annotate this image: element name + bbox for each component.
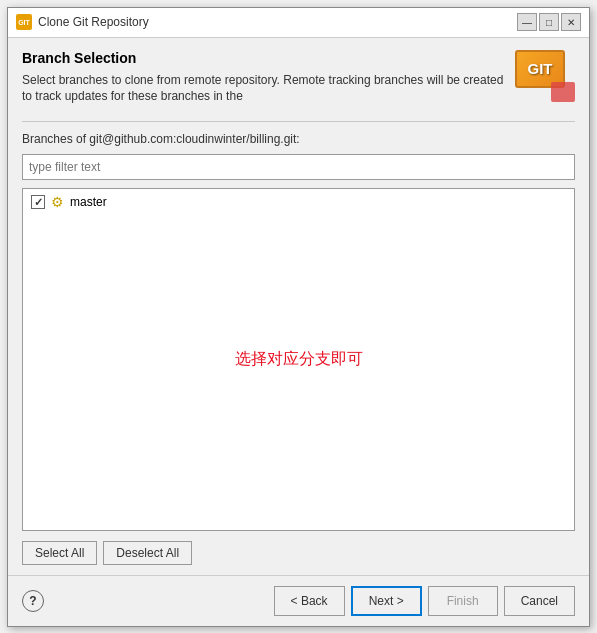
footer-left: ? [22, 590, 44, 612]
branch-icon: ⚙ [51, 194, 64, 210]
section-title: Branch Selection [22, 50, 505, 66]
branch-checkbox[interactable] [31, 195, 45, 209]
divider [22, 121, 575, 122]
repo-label: Branches of git@github.com:cloudinwinter… [22, 132, 575, 146]
back-button[interactable]: < Back [274, 586, 345, 616]
title-bar: GIT Clone Git Repository — □ ✕ [8, 8, 589, 38]
filter-input[interactable] [22, 154, 575, 180]
next-button[interactable]: Next > [351, 586, 422, 616]
clone-git-window: GIT Clone Git Repository — □ ✕ Branch Se… [7, 7, 590, 627]
footer: ? < Back Next > Finish Cancel [8, 575, 589, 626]
deselect-all-button[interactable]: Deselect All [103, 541, 192, 565]
branch-list: ⚙ master 选择对应分支即可 [22, 188, 575, 530]
section-description: Select branches to clone from remote rep… [22, 72, 505, 106]
maximize-button[interactable]: □ [539, 13, 559, 31]
minimize-button[interactable]: — [517, 13, 537, 31]
window-icon: GIT [16, 14, 32, 30]
select-button-row: Select All Deselect All [22, 541, 575, 565]
header-text: Branch Selection Select branches to clon… [22, 50, 505, 106]
cancel-button[interactable]: Cancel [504, 586, 575, 616]
help-button[interactable]: ? [22, 590, 44, 612]
overlay-hint: 选择对应分支即可 [235, 349, 363, 370]
finish-button[interactable]: Finish [428, 586, 498, 616]
title-buttons: — □ ✕ [517, 13, 581, 31]
select-all-button[interactable]: Select All [22, 541, 97, 565]
branch-name: master [70, 195, 107, 209]
git-logo: GIT [515, 50, 575, 102]
close-button[interactable]: ✕ [561, 13, 581, 31]
footer-right: < Back Next > Finish Cancel [274, 586, 575, 616]
header-section: Branch Selection Select branches to clon… [22, 50, 575, 106]
main-content: Branch Selection Select branches to clon… [8, 38, 589, 575]
window-title: Clone Git Repository [38, 15, 511, 29]
list-item[interactable]: ⚙ master [23, 189, 574, 215]
